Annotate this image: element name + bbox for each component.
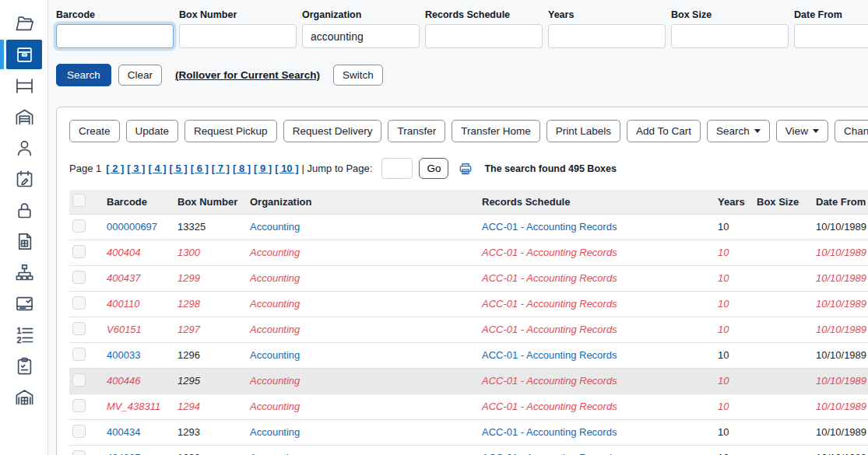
- barcode-cell-value[interactable]: 400437: [107, 272, 140, 284]
- records-schedule-cell-value[interactable]: ACC-01 - Accounting Records: [482, 324, 617, 335]
- view-button[interactable]: View: [776, 120, 828, 142]
- box-number-input[interactable]: [179, 24, 297, 48]
- sidebar-item-numbered-list[interactable]: 12: [0, 319, 48, 350]
- barcode-cell[interactable]: MV_438311: [104, 394, 174, 419]
- barcode-cell-value[interactable]: 400404: [107, 247, 140, 258]
- barcode-cell-value[interactable]: 400446: [107, 375, 140, 387]
- barcode-cell-value[interactable]: 400033: [107, 349, 140, 361]
- page-link-6[interactable]: [ 6 ]: [191, 163, 209, 174]
- records-schedule-cell-value[interactable]: ACC-01 - Accounting Records: [482, 272, 617, 284]
- barcode-cell[interactable]: 400437: [104, 265, 174, 291]
- sidebar-item-shelf[interactable]: [0, 70, 48, 101]
- years-input[interactable]: [548, 24, 666, 48]
- records-schedule-cell-value[interactable]: ACC-01 - Accounting Records: [482, 375, 617, 387]
- box-size-input[interactable]: [671, 24, 789, 48]
- organization-cell[interactable]: Accounting: [247, 265, 479, 291]
- request-pickup-button[interactable]: Request Pickup: [184, 120, 277, 142]
- sidebar-item-warehouse[interactable]: [0, 101, 48, 132]
- records-schedule-cell-value[interactable]: ACC-01 - Accounting Records: [482, 401, 617, 412]
- sidebar-item-clipboard-check[interactable]: [0, 350, 48, 381]
- organization-cell-value[interactable]: Accounting: [250, 349, 300, 361]
- transfer-home-button[interactable]: Transfer Home: [452, 120, 540, 142]
- create-button[interactable]: Create: [69, 120, 120, 142]
- organization-cell-value[interactable]: Accounting: [250, 401, 300, 412]
- sidebar-item-window-check[interactable]: [0, 288, 48, 319]
- date-from-input[interactable]: [794, 24, 868, 48]
- barcode-cell[interactable]: V60151: [104, 317, 174, 342]
- go-button[interactable]: Go: [419, 158, 448, 179]
- sidebar-item-calendar-edit[interactable]: [0, 163, 48, 194]
- sidebar-item-lock[interactable]: [0, 194, 48, 226]
- page-link-5[interactable]: [ 5 ]: [170, 163, 188, 174]
- organization-cell[interactable]: Accounting: [247, 240, 479, 265]
- barcode-cell[interactable]: 400110: [104, 291, 174, 317]
- search-button[interactable]: Search: [707, 120, 770, 142]
- row-checkbox[interactable]: [72, 219, 86, 233]
- page-link-9[interactable]: [ 9 ]: [254, 163, 272, 174]
- row-checkbox[interactable]: [72, 348, 86, 361]
- row-checkbox[interactable]: [72, 425, 86, 438]
- records-schedule-cell[interactable]: ACC-01 - Accounting Records: [479, 291, 715, 317]
- jump-to-page-input[interactable]: [381, 158, 413, 179]
- barcode-cell[interactable]: 400434: [104, 419, 174, 445]
- page-link-2[interactable]: [ 2 ]: [106, 163, 124, 174]
- rollover-current-search-link[interactable]: (Rollover for Current Search): [175, 69, 320, 81]
- switch-button[interactable]: Switch: [333, 65, 383, 86]
- sidebar-item-folder-open[interactable]: [0, 8, 48, 39]
- transfer-button[interactable]: Transfer: [388, 120, 445, 142]
- request-delivery-button[interactable]: Request Delivery: [283, 120, 382, 142]
- row-checkbox[interactable]: [72, 373, 86, 387]
- page-link-3[interactable]: [ 3 ]: [127, 163, 145, 174]
- records-schedule-cell-value[interactable]: ACC-01 - Accounting Records: [482, 452, 617, 455]
- barcode-cell[interactable]: 400446: [104, 368, 174, 394]
- organization-cell[interactable]: Accounting: [247, 214, 479, 240]
- sidebar-item-warehouse-box[interactable]: [0, 381, 48, 412]
- sidebar-item-person[interactable]: [0, 132, 48, 163]
- records-schedule-input[interactable]: [425, 24, 543, 48]
- organization-cell-value[interactable]: Accounting: [250, 247, 300, 258]
- barcode-cell-value[interactable]: 400110: [107, 298, 139, 310]
- row-checkbox[interactable]: [72, 322, 86, 335]
- print-labels-button[interactable]: Print Labels: [546, 120, 620, 142]
- organization-cell-value[interactable]: Accounting: [250, 426, 300, 438]
- organization-cell-value[interactable]: Accounting: [250, 272, 300, 284]
- update-button[interactable]: Update: [126, 120, 179, 142]
- records-schedule-cell[interactable]: ACC-01 - Accounting Records: [479, 214, 715, 240]
- clear-button[interactable]: Clear: [118, 65, 162, 86]
- barcode-cell-value[interactable]: 434807: [107, 452, 140, 455]
- records-schedule-cell[interactable]: ACC-01 - Accounting Records: [479, 419, 715, 445]
- barcode-cell[interactable]: 400404: [104, 240, 174, 265]
- records-schedule-cell[interactable]: ACC-01 - Accounting Records: [479, 394, 715, 419]
- row-checkbox[interactable]: [72, 296, 86, 310]
- records-schedule-cell[interactable]: ACC-01 - Accounting Records: [479, 445, 715, 455]
- organization-cell[interactable]: Accounting: [247, 291, 479, 317]
- organization-cell[interactable]: Accounting: [247, 394, 479, 419]
- barcode-cell[interactable]: 000000697: [104, 214, 174, 240]
- organization-input[interactable]: [302, 24, 420, 48]
- search-button[interactable]: Search: [56, 64, 111, 86]
- page-link-10[interactable]: [ 10 ]: [275, 163, 298, 174]
- printer-icon[interactable]: [458, 161, 473, 177]
- organization-cell-value[interactable]: Accounting: [250, 221, 300, 233]
- row-checkbox[interactable]: [72, 271, 86, 284]
- records-schedule-cell[interactable]: ACC-01 - Accounting Records: [479, 265, 715, 291]
- organization-cell[interactable]: Accounting: [247, 368, 479, 394]
- select-all-checkbox[interactable]: [72, 194, 86, 207]
- add-to-cart-button[interactable]: Add To Cart: [627, 120, 701, 142]
- records-schedule-cell[interactable]: ACC-01 - Accounting Records: [479, 342, 715, 368]
- records-schedule-cell-value[interactable]: ACC-01 - Accounting Records: [482, 247, 617, 258]
- sidebar-item-spreadsheet-file[interactable]: [0, 226, 48, 257]
- page-link-7[interactable]: [ 7 ]: [212, 163, 230, 174]
- page-link-4[interactable]: [ 4 ]: [148, 163, 166, 174]
- records-schedule-cell-value[interactable]: ACC-01 - Accounting Records: [482, 221, 617, 233]
- row-checkbox[interactable]: [72, 450, 86, 455]
- organization-cell-value[interactable]: Accounting: [250, 452, 300, 455]
- change-button[interactable]: Change: [835, 120, 868, 142]
- barcode-cell-value[interactable]: 000000697: [107, 221, 157, 233]
- records-schedule-cell-value[interactable]: ACC-01 - Accounting Records: [482, 426, 617, 438]
- organization-cell[interactable]: Accounting: [247, 445, 479, 455]
- barcode-cell[interactable]: 434807: [104, 445, 174, 455]
- organization-cell-value[interactable]: Accounting: [250, 375, 300, 387]
- barcode-input[interactable]: [56, 24, 174, 48]
- barcode-cell-value[interactable]: V60151: [107, 324, 142, 335]
